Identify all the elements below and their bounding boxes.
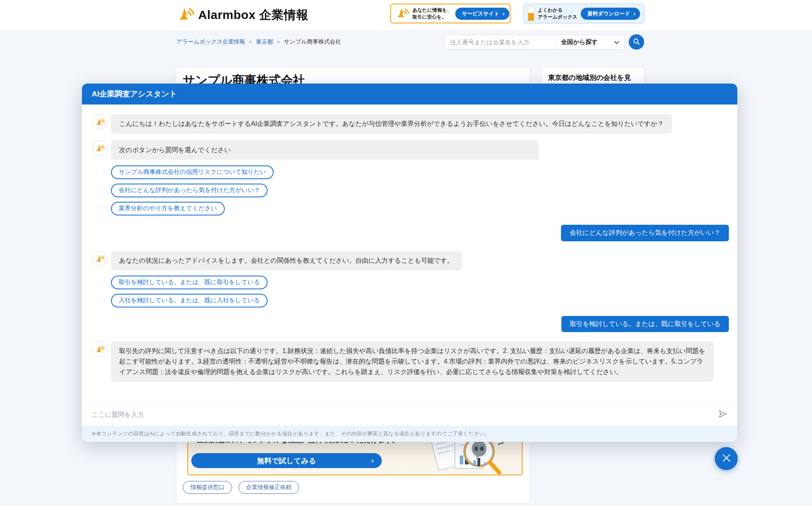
assistant-avatar bbox=[92, 140, 107, 156]
close-icon bbox=[721, 453, 732, 464]
company-search-input[interactable] bbox=[444, 39, 555, 46]
chat-area: こんにちは！わたしはあなたをサポートするAI企業調査アシスタントです。あなたが与… bbox=[82, 105, 737, 403]
search-icon bbox=[633, 38, 640, 46]
bot-message-row: こんにちは！わたしはあなたをサポートするAI企業調査アシスタントです。あなたが与… bbox=[92, 114, 729, 134]
chevron-right-icon: › bbox=[371, 456, 374, 465]
correction-request-button[interactable]: 企業情報修正依頼 bbox=[239, 481, 299, 494]
alarmbox-logo-icon bbox=[176, 6, 194, 24]
chevron-right-icon: › bbox=[633, 10, 635, 17]
modal-header: AI企業調査アシスタント bbox=[82, 84, 737, 105]
search-button[interactable] bbox=[629, 34, 644, 50]
breadcrumb-link-tokyo[interactable]: 東京都 bbox=[256, 38, 273, 46]
user-message: 取引を検討している。または、既に取引をしている bbox=[561, 316, 729, 332]
site-logo[interactable]: Alarmbox 企業情報 bbox=[176, 6, 308, 24]
service-site-button[interactable]: サービスサイト › bbox=[455, 8, 509, 20]
user-message-row: 会社にどんな評判があったら気を付けた方がいい？ bbox=[92, 225, 729, 241]
relation-options-group: 取引を検討している。または、既に取引をしている 入社を検討している。または、既に… bbox=[111, 276, 729, 307]
company-search-box: 全国から探す bbox=[444, 35, 625, 50]
chat-input-row bbox=[82, 403, 737, 426]
user-message-row: 取引を検討している。または、既に取引をしている bbox=[92, 316, 729, 332]
assistant-avatar bbox=[92, 341, 107, 357]
user-message: 会社にどんな評判があったら気を付けた方がいい？ bbox=[561, 225, 729, 241]
bot-message: あなたの状況にあったアドバイスをします。会社との関係性を教えてください。自由に入… bbox=[111, 251, 462, 270]
assistant-avatar bbox=[92, 251, 107, 266]
bot-message: こんにちは！わたしはあなたをサポートするAI企業調査アシスタントです。あなたが与… bbox=[111, 114, 672, 134]
chevron-down-icon bbox=[614, 39, 619, 46]
option-credit-risk[interactable]: サンプル商事株式会社の信用リスクについて知りたい bbox=[111, 165, 274, 179]
breadcrumb: アラームボックス企業情報 > 東京都 > サンプル商事株式会社 bbox=[176, 38, 341, 46]
bot-message-row: 取引先の評判に関して注意すべき点は以下の通りです。1.財務状況：連続した損失や高… bbox=[92, 341, 729, 382]
service-site-banner[interactable]: あなたに情報を、 取引に安心を。 サービスサイト › bbox=[390, 4, 511, 23]
bot-message: 取引先の評判に関して注意すべき点は以下の通りです。1.財務状況：連続した損失や高… bbox=[111, 341, 714, 382]
option-doing-business[interactable]: 取引を検討している。または、既に取引をしている bbox=[111, 276, 268, 289]
send-button[interactable] bbox=[718, 409, 728, 420]
card-footer-buttons: 情報提供窓口 企業情報修正依頼 bbox=[183, 481, 299, 494]
option-joining-company[interactable]: 入社を検討している。または、既に入社をしている bbox=[111, 294, 268, 307]
assistant-avatar bbox=[92, 114, 107, 130]
bot-message-row: 次のボタンから質問を選んでください bbox=[92, 140, 729, 160]
bot-message: 次のボタンから質問を選んでください bbox=[111, 140, 539, 160]
close-assistant-button[interactable] bbox=[715, 447, 738, 470]
site-header: Alarmbox 企業情報 あなたに情報を、 取引に安心を。 サービスサイト ›… bbox=[0, 0, 812, 30]
breadcrumb-separator: > bbox=[277, 39, 280, 45]
bot-message-row: あなたの状況にあったアドバイスをします。会社との関係性を教えてください。自由に入… bbox=[92, 251, 729, 270]
ai-assistant-modal: AI企業調査アシスタント こんにちは！わたしはあなたをサポートするAI企業調査ア… bbox=[82, 84, 737, 442]
document-icon bbox=[528, 6, 534, 21]
send-icon bbox=[718, 409, 728, 420]
chat-input[interactable] bbox=[92, 411, 713, 418]
alarmbox-mini-icon bbox=[395, 6, 409, 21]
modal-disclaimer-bar: ※本コンテンツの回答はAIによって自動生成されており、回答までに数分かかる場合が… bbox=[82, 426, 737, 442]
breadcrumb-row: アラームボックス企業情報 > 東京都 > サンプル商事株式会社 全国から探す bbox=[0, 30, 812, 52]
chevron-right-icon: › bbox=[502, 10, 504, 17]
option-industry-analysis[interactable]: 業界分析のやり方を教えてください bbox=[111, 202, 225, 215]
question-options-group-1: サンプル商事株式会社の信用リスクについて知りたい 会社にどんな評判があったら気を… bbox=[111, 165, 729, 215]
service-banner-caption: あなたに情報を、 取引に安心を。 bbox=[412, 7, 452, 20]
disclaimer-text: ※本コンテンツの回答はAIによって自動生成されており、回答までに数分かかる場合が… bbox=[92, 430, 490, 437]
option-reputation[interactable]: 会社にどんな評判があったら気を付けた方がいい？ bbox=[111, 184, 268, 197]
download-banner-caption: よくわかる アラームボックス bbox=[538, 7, 578, 20]
breadcrumb-current: サンプル商事株式会社 bbox=[284, 38, 341, 46]
breadcrumb-link-home[interactable]: アラームボックス企業情報 bbox=[176, 38, 245, 46]
modal-title: AI企業調査アシスタント bbox=[92, 89, 177, 99]
download-banner[interactable]: よくわかる アラームボックス 資料ダウンロード › bbox=[523, 4, 645, 23]
region-select[interactable]: 全国から探す bbox=[555, 35, 624, 49]
free-trial-button[interactable]: 無料で試してみる › bbox=[191, 453, 382, 468]
download-button[interactable]: 資料ダウンロード › bbox=[581, 8, 640, 20]
breadcrumb-separator: > bbox=[249, 39, 252, 45]
info-desk-button[interactable]: 情報提供窓口 bbox=[183, 481, 232, 494]
site-logo-text: Alarmbox 企業情報 bbox=[198, 7, 308, 23]
